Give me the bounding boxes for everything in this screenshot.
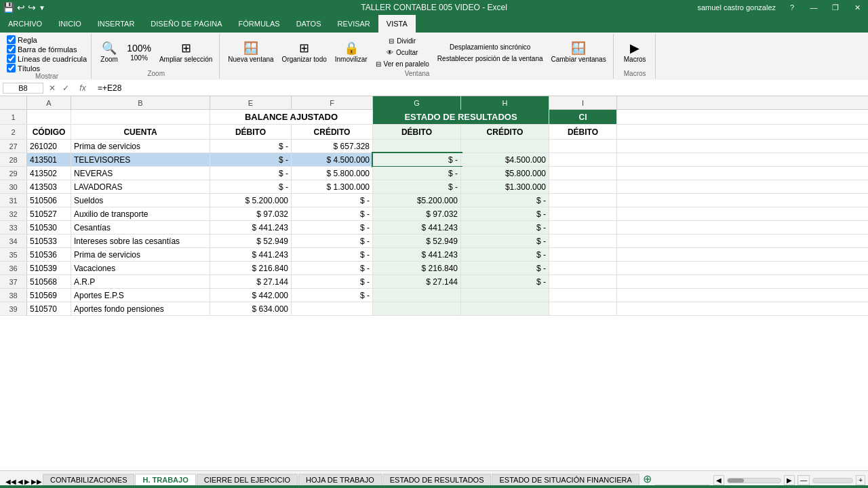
cell-i[interactable] (549, 194, 617, 207)
cell-g-debito[interactable]: $ 441.243 (373, 248, 461, 261)
sheet-tab-estado-de-situación-financiera[interactable]: ESTADO DE SITUACIÓN FINANCIERA (492, 474, 639, 485)
zoom-plus-icon[interactable]: + (856, 475, 865, 485)
ver-paralelo-button[interactable]: ⊟ Ver en paralelo (373, 59, 432, 69)
cell-codigo[interactable]: 510568 (27, 275, 71, 288)
cell-codigo[interactable]: 510536 (27, 248, 71, 261)
cell-e-debito[interactable]: $ 634.000 (210, 302, 292, 315)
cell-g-debito[interactable]: $ - (373, 180, 461, 193)
tab-archivo[interactable]: ARCHIVO (0, 15, 50, 33)
cell-h-credito[interactable]: $ - (461, 194, 549, 207)
cell-codigo[interactable]: 510527 (27, 207, 71, 220)
cell-cuenta[interactable]: Prima de servicios (71, 248, 210, 261)
cambiar-ventanas-button[interactable]: 🪟 Cambiar ventanas (549, 41, 609, 65)
tab-revisar[interactable]: REVISAR (330, 15, 378, 33)
cell-codigo[interactable]: 510569 (27, 289, 71, 302)
cell-cuenta[interactable]: Cesantías (71, 221, 210, 234)
cell-f-credito[interactable]: $ - (292, 194, 373, 207)
scroll-right-icon[interactable]: ▶ (784, 475, 795, 485)
cell-e-debito[interactable]: $ - (210, 140, 292, 152)
cell-h-credito[interactable]: $ - (461, 275, 549, 288)
maximize-button[interactable]: ❐ (825, 0, 846, 15)
cell-e2[interactable]: DÉBITO (210, 125, 292, 139)
cell-cuenta[interactable]: A.R.P (71, 275, 210, 288)
nueva-ventana-button[interactable]: 🪟 Nueva ventana (225, 41, 276, 65)
checkbox-cuadricula[interactable]: Líneas de cuadrícula (7, 54, 87, 63)
cell-codigo[interactable]: 261020 (27, 140, 71, 152)
cell-cuenta[interactable]: Aportes fondo pensiones (71, 302, 210, 315)
cell-e-debito[interactable]: $ 441.243 (210, 248, 292, 261)
close-button[interactable]: ✕ (846, 0, 868, 15)
cell-a1[interactable] (27, 110, 71, 124)
minimize-button[interactable]: — (803, 0, 825, 15)
scroll-left-icon[interactable]: ◀ (713, 475, 724, 485)
cell-cuenta[interactable]: Prima de servicios (71, 140, 210, 152)
cell-i[interactable] (549, 207, 617, 220)
tab-insertar[interactable]: INSERTAR (90, 15, 143, 33)
dividir-button[interactable]: ⊟ Dividir (373, 36, 432, 46)
zoom-ampliar-button[interactable]: ⊞ Ampliar selección (157, 41, 215, 65)
tab-formulas[interactable]: FÓRMULAS (231, 15, 288, 33)
cell-i[interactable] (549, 235, 617, 247)
cancel-formula-icon[interactable]: ✕ (46, 82, 58, 94)
cell-e-debito[interactable]: $ 441.243 (210, 221, 292, 234)
cell-h-credito[interactable] (461, 289, 549, 302)
cell-e-debito[interactable]: $ - (210, 153, 292, 166)
cell-e-debito[interactable]: $ 442.000 (210, 289, 292, 302)
cell-g-debito[interactable]: $ 441.243 (373, 221, 461, 234)
cell-i[interactable] (549, 180, 617, 193)
help-icon[interactable]: ? (781, 0, 803, 15)
cell-f-credito[interactable]: $ - (292, 235, 373, 247)
cell-g-debito[interactable]: $ 27.144 (373, 275, 461, 288)
cell-b1[interactable] (71, 110, 210, 124)
cell-cuenta[interactable]: Intereses sobre las cesantías (71, 235, 210, 247)
cell-f-credito[interactable]: $ 1.300.000 (292, 180, 373, 193)
tab-inicio[interactable]: INICIO (50, 15, 90, 33)
cell-h-credito[interactable]: $5.800.000 (461, 167, 549, 180)
cell-e-debito[interactable]: $ 5.200.000 (210, 194, 292, 207)
cell-i1[interactable]: CI (549, 110, 617, 124)
cell-cuenta[interactable]: NEVERAS (71, 167, 210, 180)
cell-codigo[interactable]: 510570 (27, 302, 71, 315)
col-header-f[interactable]: F (292, 96, 373, 110)
cell-g-debito[interactable]: $ - (373, 167, 461, 180)
cell-f-credito[interactable]: $ - (292, 248, 373, 261)
cell-f-credito[interactable]: $ 657.328 (292, 140, 373, 152)
tab-diseno[interactable]: DISEÑO DE PÁGINA (142, 15, 230, 33)
cell-i[interactable] (549, 275, 617, 288)
cell-codigo[interactable]: 510506 (27, 194, 71, 207)
add-sheet-button[interactable]: ⊕ (640, 472, 654, 485)
sheet-tab-cierre-del-ejercicio[interactable]: CIERRE DEL EJERCICIO (197, 474, 298, 485)
sheet-last-icon[interactable]: ▶▶ (31, 478, 42, 485)
cell-h-credito[interactable]: $4.500.000 (461, 153, 549, 166)
cell-f-credito[interactable]: $ 4.500.000 (292, 153, 373, 166)
cell-i[interactable] (549, 221, 617, 234)
cell-reference-box[interactable] (3, 83, 43, 94)
col-header-a[interactable]: A (27, 96, 71, 110)
cell-h-credito[interactable]: $1.300.000 (461, 180, 549, 193)
cell-f2[interactable]: CRÉDITO (292, 125, 373, 139)
cell-g-debito[interactable] (373, 140, 461, 152)
cell-i[interactable] (549, 140, 617, 152)
cell-f-credito[interactable]: $ - (292, 289, 373, 302)
cell-cuenta[interactable]: TELEVISORES (71, 153, 210, 166)
col-header-i[interactable]: I (549, 96, 617, 110)
col-header-e[interactable]: E (210, 96, 292, 110)
ocultar-button[interactable]: 👁 Ocultar (373, 47, 432, 58)
cell-g-debito[interactable] (373, 302, 461, 315)
dropdown-icon[interactable]: ▼ (39, 4, 45, 12)
cell-g2[interactable]: DÉBITO (373, 125, 461, 139)
restablecer-button[interactable]: Restablecer posición de la ventana (435, 54, 546, 64)
cell-codigo[interactable]: 510539 (27, 262, 71, 274)
cell-codigo[interactable]: 510530 (27, 221, 71, 234)
undo-icon[interactable]: ↩ (17, 2, 25, 13)
cell-g1[interactable]: ESTADO DE RESULTADOS (373, 110, 549, 124)
checkbox-titulos[interactable]: Títulos (7, 64, 40, 73)
inmovilizar-button[interactable]: 🔒 Inmovilizar (332, 41, 370, 65)
col-header-g[interactable]: G (373, 96, 461, 110)
cell-h-credito[interactable] (461, 140, 549, 152)
sheet-tab-hoja-de-trabajo[interactable]: HOJA DE TRABAJO (298, 474, 382, 485)
cell-f-credito[interactable] (292, 302, 373, 315)
cell-codigo[interactable]: 510533 (27, 235, 71, 247)
cell-e-debito[interactable]: $ 97.032 (210, 207, 292, 220)
cell-codigo[interactable]: 413503 (27, 180, 71, 193)
